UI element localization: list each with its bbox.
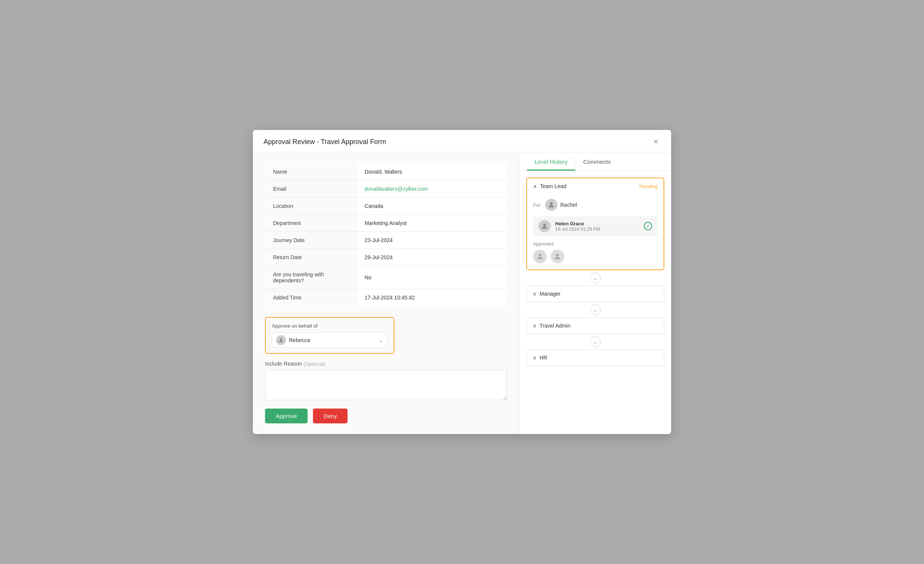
travel-admin-name: Travel Admin bbox=[540, 323, 658, 329]
select-value: Rebecca bbox=[289, 337, 376, 343]
team-lead-name: Team Lead bbox=[540, 183, 639, 189]
svg-point-3 bbox=[538, 254, 541, 257]
svg-point-2 bbox=[543, 223, 546, 226]
approver-info: Helen Grace 19-Jul-2024 01:29 PM bbox=[555, 221, 639, 232]
field-label: Are you traveling with dependents? bbox=[265, 266, 357, 289]
approver-name: Helen Grace bbox=[555, 221, 639, 227]
modal-body: Name Donald, Walters Email donaldwalters… bbox=[253, 152, 671, 434]
table-row: Are you traveling with dependents? No bbox=[265, 266, 507, 289]
field-value: Canada bbox=[357, 198, 507, 215]
level-history-content: ∧ Team Lead Pending For bbox=[519, 171, 671, 434]
form-table: Name Donald, Walters Email donaldwalters… bbox=[265, 163, 507, 306]
reason-section: Include Reason (Optional) bbox=[265, 361, 507, 402]
for-name: Rachel bbox=[560, 202, 577, 208]
table-row: Return Date 29-Jul-2024 bbox=[265, 249, 507, 266]
field-label: Return Date bbox=[265, 249, 357, 266]
reason-label: Include Reason (Optional) bbox=[265, 361, 507, 367]
field-label: Added Time bbox=[265, 289, 357, 306]
approvers-label: Approvers bbox=[533, 241, 657, 247]
team-lead-body: For Rachel bbox=[527, 194, 664, 269]
field-value: 23-Jul-2024 bbox=[357, 232, 507, 249]
team-lead-header[interactable]: ∧ Team Lead Pending bbox=[527, 178, 664, 194]
approve-on-behalf-label: Approve on behalf of bbox=[272, 323, 387, 329]
approve-on-behalf-box: Approve on behalf of Rebecca ⌄ bbox=[265, 317, 394, 354]
field-value: 29-Jul-2024 bbox=[357, 249, 507, 266]
right-panel: Level History Comments ∧ Team Lead bbox=[519, 152, 671, 434]
approve-button[interactable]: Approve bbox=[265, 409, 308, 423]
for-avatar bbox=[545, 199, 557, 211]
svg-point-0 bbox=[280, 338, 282, 340]
approve-section: Approve on behalf of Rebecca ⌄ bbox=[265, 317, 507, 423]
check-circle-icon: ✓ bbox=[644, 222, 652, 230]
tab-comments[interactable]: Comments bbox=[576, 152, 619, 171]
manager-name: Manager bbox=[540, 291, 658, 297]
avatar bbox=[276, 335, 286, 345]
field-label: Journey Date bbox=[265, 232, 357, 249]
modal-header: Approval Review - Travel Approval Form × bbox=[253, 130, 671, 152]
email-link[interactable]: donaldwalters@zylker.com bbox=[365, 186, 428, 192]
expand-icon-2: ∨ bbox=[533, 323, 537, 329]
close-button[interactable]: × bbox=[651, 137, 660, 147]
reason-optional: (Optional) bbox=[303, 361, 325, 367]
connector-2: ⌄ bbox=[526, 304, 664, 315]
approver-avatar bbox=[538, 220, 551, 232]
expand-icon: ∨ bbox=[533, 291, 537, 297]
team-lead-status: Pending bbox=[639, 184, 657, 189]
manager-header[interactable]: ∨ Manager bbox=[527, 286, 664, 302]
field-value: Marketing Analyst bbox=[357, 215, 507, 232]
table-row: Name Donald, Walters bbox=[265, 163, 507, 181]
collapse-icon: ∧ bbox=[533, 183, 537, 189]
modal: Approval Review - Travel Approval Form ×… bbox=[253, 130, 671, 434]
team-lead-section: ∧ Team Lead Pending For bbox=[526, 177, 664, 270]
svg-point-4 bbox=[556, 254, 559, 257]
action-buttons: Approve Deny bbox=[265, 409, 507, 423]
tab-level-history[interactable]: Level History bbox=[527, 152, 575, 171]
for-label: For bbox=[533, 202, 541, 208]
expand-icon-3: ∨ bbox=[533, 355, 537, 361]
svg-point-1 bbox=[550, 202, 552, 205]
field-value: donaldwalters@zylker.com bbox=[357, 181, 507, 198]
manager-section: ∨ Manager bbox=[526, 285, 664, 302]
table-row: Journey Date 23-Jul-2024 bbox=[265, 232, 507, 249]
field-label: Email bbox=[265, 181, 357, 198]
chevron-down-connector: ⌄ bbox=[590, 272, 601, 283]
travel-admin-section: ∨ Travel Admin bbox=[526, 317, 664, 334]
connector-1: ⌄ bbox=[526, 272, 664, 283]
approver-avatar-2 bbox=[551, 250, 564, 263]
travel-admin-header[interactable]: ∨ Travel Admin bbox=[527, 318, 664, 334]
field-value: 17-Jul-2024 10:45:42 bbox=[357, 289, 507, 306]
field-label: Department bbox=[265, 215, 357, 232]
hr-name: HR bbox=[540, 355, 658, 361]
field-value: No bbox=[357, 266, 507, 289]
levels-stack: ∧ Team Lead Pending For bbox=[526, 177, 664, 366]
field-label: Name bbox=[265, 163, 357, 181]
approver-record: Helen Grace 19-Jul-2024 01:29 PM ✓ bbox=[533, 216, 657, 236]
table-row: Location Canada bbox=[265, 198, 507, 215]
approver-avatar-1 bbox=[533, 250, 547, 263]
approvers-avatars bbox=[533, 250, 657, 263]
for-row: For Rachel bbox=[533, 199, 657, 211]
chevron-down-icon: ⌄ bbox=[379, 337, 383, 343]
reason-textarea[interactable] bbox=[265, 370, 507, 400]
deny-button[interactable]: Deny bbox=[313, 409, 348, 423]
chevron-down-connector-3: ⌄ bbox=[590, 336, 601, 347]
field-label: Location bbox=[265, 198, 357, 215]
connector-3: ⌄ bbox=[526, 336, 664, 347]
right-tabs: Level History Comments bbox=[519, 152, 671, 171]
table-row: Added Time 17-Jul-2024 10:45:42 bbox=[265, 289, 507, 306]
table-row: Department Marketing Analyst bbox=[265, 215, 507, 232]
modal-overlay: Approval Review - Travel Approval Form ×… bbox=[0, 0, 924, 564]
hr-section: ∨ HR bbox=[526, 349, 664, 366]
chevron-down-connector-2: ⌄ bbox=[590, 304, 601, 315]
table-row: Email donaldwalters@zylker.com bbox=[265, 181, 507, 198]
hr-header[interactable]: ∨ HR bbox=[527, 350, 664, 366]
field-value: Donald, Walters bbox=[357, 163, 507, 181]
left-panel: Name Donald, Walters Email donaldwalters… bbox=[253, 152, 519, 434]
modal-title: Approval Review - Travel Approval Form bbox=[264, 138, 386, 146]
approver-date: 19-Jul-2024 01:29 PM bbox=[555, 227, 639, 232]
approve-on-behalf-select[interactable]: Rebecca ⌄ bbox=[272, 333, 387, 348]
